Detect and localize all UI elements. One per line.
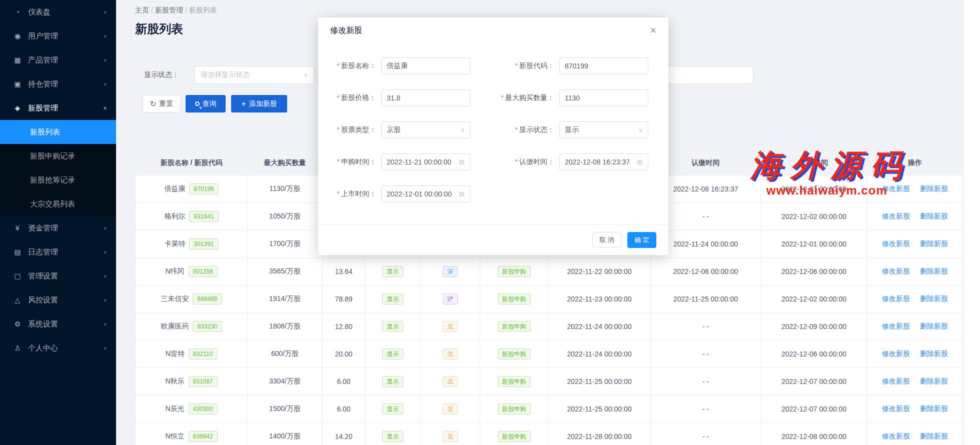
sidebar-subitem[interactable]: 大宗交易列表 xyxy=(0,192,116,216)
cell-name-code: N辰光430300 xyxy=(136,396,248,423)
breadcrumb-item[interactable]: 新股管理 xyxy=(155,6,183,14)
sidebar-item-dashboard[interactable]: ◔仪表盘∨ xyxy=(0,0,116,24)
table-header-cell: 操作 xyxy=(867,150,962,176)
breadcrumb: 主页/新股管理/新股列表 xyxy=(135,6,217,15)
profile-icon: ♙ xyxy=(13,344,22,352)
field-input-date[interactable]: 2022-12-01 00:00:00⊞ xyxy=(381,186,470,202)
field-label-text: 新股价格： xyxy=(341,94,376,102)
query-button[interactable]: 查询 xyxy=(186,95,226,112)
market-tag: 北 xyxy=(443,376,458,387)
cell-max-qty: 1808/万股 xyxy=(248,313,323,340)
sidebar-subitem[interactable]: 新股列表 xyxy=(0,120,116,144)
cell-pay-time: - - xyxy=(651,340,761,368)
delete-stock-link[interactable]: 删除新股 xyxy=(920,212,948,221)
edit-stock-link[interactable]: 修改新股 xyxy=(882,294,910,304)
delete-stock-link[interactable]: 删除新股 xyxy=(920,184,948,194)
cell-actions: 修改新股删除新股 xyxy=(867,230,962,258)
sidebar-item-products[interactable]: ▦产品管理∨ xyxy=(0,48,116,72)
sidebar-item-profile[interactable]: ♙个人中心∨ xyxy=(0,336,116,360)
sidebar-item-admin[interactable]: ▢管理设置∨ xyxy=(0,264,116,288)
sidebar-subitem[interactable]: 新股抢筹记录 xyxy=(0,168,116,192)
edit-stock-link[interactable]: 修改新股 xyxy=(882,184,910,194)
delete-stock-link[interactable]: 删除新股 xyxy=(920,267,948,276)
delete-stock-link[interactable]: 删除新股 xyxy=(920,377,948,386)
edit-stock-link[interactable]: 修改新股 xyxy=(882,377,910,386)
field-label: *新股名称： xyxy=(319,62,381,70)
edit-stock-link[interactable]: 修改新股 xyxy=(882,240,910,248)
field-value: 2022-12-01 00:00:00 xyxy=(387,190,457,198)
cancel-button[interactable]: 取 消 xyxy=(592,232,621,248)
field-input-text[interactable]: 倍益康 xyxy=(381,58,470,74)
field-input-text[interactable]: 870199 xyxy=(559,58,648,74)
delete-stock-link[interactable]: 删除新股 xyxy=(920,350,948,358)
cell-state: 新股申购 xyxy=(480,286,548,313)
field-input-date[interactable]: 2022-11-21 00:00:00⊞ xyxy=(381,154,470,170)
cell-max-qty: 1400/万股 xyxy=(248,423,323,445)
field-value: 2022-11-21 00:00:00 xyxy=(387,158,457,166)
chevron-down-icon: ∨ xyxy=(103,10,107,14)
edit-stock-link[interactable]: 修改新股 xyxy=(882,212,910,221)
cell-subscribe-time: 2022-11-24 00:00:00 xyxy=(548,340,651,368)
breadcrumb-item[interactable]: 主页 xyxy=(135,6,149,14)
cell-max-qty: 600/万股 xyxy=(248,340,323,368)
modal-field: *申购时间：2022-11-21 00:00:00⊞ xyxy=(319,154,485,170)
sidebar-item-label: 风控设置 xyxy=(28,296,103,305)
field-label: *认缴时间： xyxy=(497,158,559,166)
sidebar-item-label: 个人中心 xyxy=(28,344,103,353)
edit-stock-link[interactable]: 修改新股 xyxy=(882,432,910,441)
add-stock-button[interactable]: + 添加新股 xyxy=(231,95,287,112)
table-header-cell: 新股名称 / 新股代码 xyxy=(136,150,248,176)
market-tag: 沪 xyxy=(443,294,458,304)
field-value: 1130 xyxy=(565,94,643,102)
sidebar-item-stocks[interactable]: ◈新股管理∧ xyxy=(0,96,116,120)
modal-field: *认缴时间：2022-12-08 16:23:37⊞ xyxy=(497,154,663,170)
delete-stock-link[interactable]: 删除新股 xyxy=(920,240,948,248)
cell-pay-time: 2022-11-25 00:00:00 xyxy=(651,286,761,313)
sidebar-item-system[interactable]: ⚙系统设置∨ xyxy=(0,312,116,336)
sidebar-item-risk[interactable]: △风控设置∨ xyxy=(0,288,116,312)
cell-max-qty: 1914/万股 xyxy=(248,286,323,313)
required-asterisk: * xyxy=(337,62,340,70)
show-status-filter-label: 显示状态： xyxy=(144,70,179,80)
cell-show-status: 显示 xyxy=(365,340,421,368)
sidebar-item-label: 持仓管理 xyxy=(28,80,103,89)
edit-stock-link[interactable]: 修改新股 xyxy=(882,404,910,414)
delete-stock-link[interactable]: 删除新股 xyxy=(920,404,948,414)
edit-stock-link[interactable]: 修改新股 xyxy=(882,267,910,276)
field-input-text[interactable]: 1130 xyxy=(559,90,648,106)
sidebar-item-label: 用户管理 xyxy=(28,32,103,41)
chevron-down-icon: ∨ xyxy=(103,226,107,230)
edit-stock-link[interactable]: 修改新股 xyxy=(882,322,910,331)
sidebar-item-positions[interactable]: ▣持仓管理∨ xyxy=(0,72,116,96)
cell-state: 新股申购 xyxy=(480,258,548,286)
cell-pay-time: - - xyxy=(651,313,761,340)
delete-stock-link[interactable]: 删除新股 xyxy=(920,322,948,331)
sidebar-item-users[interactable]: ◉用户管理∨ xyxy=(0,24,116,48)
close-icon[interactable]: × xyxy=(650,25,656,36)
state-tag: 新股申购 xyxy=(498,294,531,304)
show-status-tag: 显示 xyxy=(382,266,403,277)
field-input-select[interactable]: 显示∨ xyxy=(559,122,648,138)
stock-name: 卡莱特 xyxy=(164,240,185,248)
chevron-down-icon: ∨ xyxy=(103,322,107,326)
table-row: 三未信安6884891914/万股78.89显示沪新股申购2022-11-23 … xyxy=(136,286,962,313)
delete-stock-link[interactable]: 删除新股 xyxy=(920,432,948,441)
sidebar-item-funds[interactable]: ¥资金管理∨ xyxy=(0,216,116,240)
show-status-select[interactable]: 请选择显示状态 ∨ xyxy=(194,66,314,84)
market-tag: 深 xyxy=(443,266,458,277)
field-value: 京股 xyxy=(387,126,458,134)
stock-code-tag: 870199 xyxy=(189,184,218,194)
field-input-date[interactable]: 2022-12-08 16:23:37⊞ xyxy=(559,154,648,170)
reset-button[interactable]: ↻ 重置 xyxy=(143,95,181,112)
sidebar-item-logs[interactable]: ▤日志管理∨ xyxy=(0,240,116,264)
confirm-button[interactable]: 确 定 xyxy=(627,232,656,248)
edit-stock-link[interactable]: 修改新股 xyxy=(882,350,910,358)
delete-stock-link[interactable]: 删除新股 xyxy=(920,294,948,304)
required-asterisk: * xyxy=(515,62,518,70)
show-status-tag: 显示 xyxy=(382,431,403,442)
field-input-text[interactable]: 31.8 xyxy=(381,90,470,106)
users-icon: ◉ xyxy=(13,32,22,40)
field-input-select[interactable]: 京股∨ xyxy=(381,122,470,138)
sidebar-subitem[interactable]: 新股申购记录 xyxy=(0,144,116,168)
query-button-label: 查询 xyxy=(203,100,217,108)
